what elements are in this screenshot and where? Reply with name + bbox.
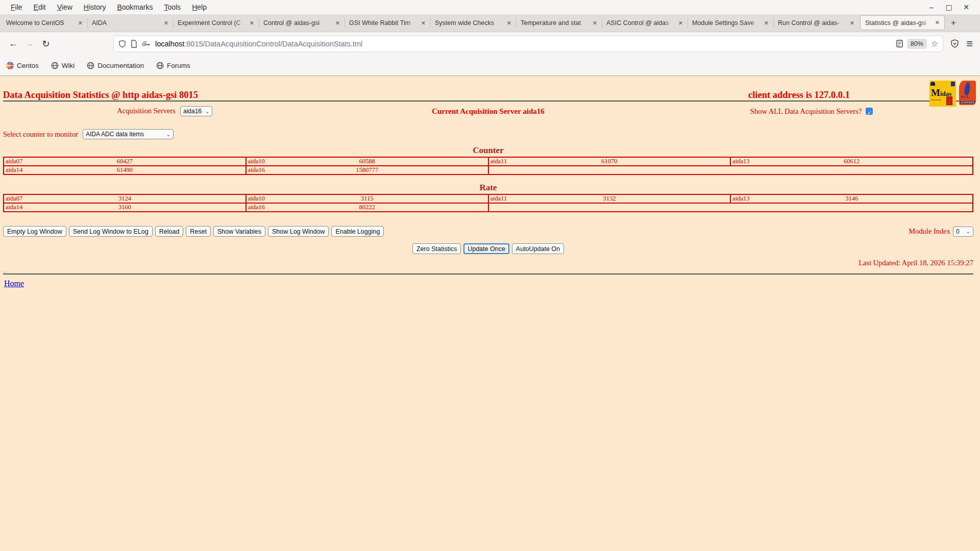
new-tab-button[interactable]: + [946, 15, 961, 31]
server-name: aida14 [6, 204, 22, 211]
tab-system-wide-checks[interactable]: System wide Checks ✕ [430, 14, 516, 32]
tab-close-icon[interactable]: ✕ [507, 20, 511, 27]
tab-bar: Welcome to CentOS ✕ AIDA ✕ Experiment Co… [0, 14, 980, 32]
tab-close-icon[interactable]: ✕ [935, 19, 940, 26]
centos-logo-icon [6, 62, 14, 69]
maximize-button[interactable]: ▢ [944, 3, 953, 12]
server-name: aida16 [248, 166, 265, 174]
menu-history[interactable]: History [78, 2, 112, 12]
rate-section-title: Rate [3, 183, 973, 193]
server-name: aida11 [491, 195, 507, 203]
logos: Midas powered by TCL POWERED [929, 81, 976, 107]
autoupdate-on-button[interactable]: AutoUpdate On [512, 243, 564, 254]
tab-gsi-white-rabbit[interactable]: GSI White Rabbit Tim ✕ [345, 14, 430, 32]
midas-logo[interactable]: Midas powered by [929, 81, 956, 107]
tab-asic-control[interactable]: ASIC Control @ aidas ✕ [602, 14, 688, 32]
tab-aida[interactable]: AIDA ✕ [87, 14, 173, 32]
update-buttons-row: Zero Statistics Update Once AutoUpdate O… [3, 243, 973, 254]
page-content: Midas powered by TCL POWERED Data Acquis… [0, 76, 980, 550]
tcl-powered-logo[interactable]: TCL POWERED [959, 81, 976, 105]
bookmark-wiki[interactable]: Wiki [51, 62, 75, 69]
show-all-checkbox[interactable]: ✓ [866, 108, 873, 115]
show-variables-button[interactable]: Show Variables [213, 226, 265, 237]
update-once-button[interactable]: Update Once [463, 243, 509, 254]
show-all-label: Show ALL Data Acquisition Servers? [750, 107, 862, 115]
acquisition-server-select[interactable]: aida16 ⌄ [180, 106, 212, 116]
show-log-window-button[interactable]: Show Log Window [268, 226, 329, 237]
counter-section-title: Counter [3, 145, 973, 156]
table-row: aida0760427 aida1060588 aida1161070 aida… [4, 157, 973, 166]
tab-close-icon[interactable]: ✕ [678, 20, 683, 27]
server-name: aida10 [248, 195, 265, 203]
minimize-button[interactable]: – [927, 3, 936, 12]
tab-close-icon[interactable]: ✕ [850, 20, 854, 27]
module-index-select[interactable]: 0 ⌄ [953, 227, 973, 237]
send-log-window-to-elog-button[interactable]: Send Log Window to ELog [69, 226, 153, 237]
account-shield-icon[interactable] [950, 39, 959, 48]
counter-value: 60588 [247, 158, 488, 165]
current-server-text: Current Acquisition Server aida16 [432, 107, 545, 115]
url-bar[interactable]: localhost:8015/DataAcquisitionControl/Da… [113, 36, 943, 52]
tab-statistics-active[interactable]: Statistics @ aidas-gsi ✕ [860, 15, 945, 30]
menu-hamburger-icon[interactable]: ≡ [966, 39, 973, 49]
server-name: aida13 [732, 158, 749, 165]
reload-button[interactable]: Reload [155, 226, 184, 237]
shield-icon[interactable] [118, 40, 126, 48]
tab-close-icon[interactable]: ✕ [335, 20, 340, 27]
menu-file[interactable]: File [5, 2, 28, 12]
bookmark-documentation[interactable]: Documentation [87, 62, 144, 69]
divider [3, 273, 973, 274]
tab-close-icon[interactable]: ✕ [78, 20, 83, 27]
rate-value: 3115 [247, 195, 488, 203]
counter-value: 1580777 [247, 166, 488, 174]
back-icon[interactable]: ← [5, 36, 21, 52]
tab-control[interactable]: Control @ aidas-gsi ✕ [259, 14, 345, 32]
zoom-level-badge[interactable]: 80% [907, 39, 927, 49]
zero-statistics-button[interactable]: Zero Statistics [412, 243, 461, 254]
counter-monitor-select[interactable]: AIDA ADC data items ⌄ [83, 129, 174, 139]
log-buttons-row: Empty Log Window Send Log Window to ELog… [3, 226, 973, 237]
bookmark-centos[interactable]: Centos [6, 62, 39, 69]
table-row: aida143160 aida1680222 [4, 203, 973, 212]
tab-experiment-control[interactable]: Experiment Control (C ✕ [173, 14, 259, 32]
reader-view-icon[interactable] [896, 40, 903, 47]
tab-close-icon[interactable]: ✕ [250, 20, 254, 27]
rate-value: 3146 [731, 195, 972, 203]
last-updated-text: Last Updated: April 18, 2026 15:39:27 [3, 259, 973, 267]
menu-view[interactable]: View [52, 2, 78, 12]
tab-close-icon[interactable]: ✕ [421, 20, 426, 27]
bookmark-star-icon[interactable]: ☆ [931, 39, 938, 48]
reload-icon[interactable]: ↻ [38, 36, 54, 52]
globe-icon [51, 62, 59, 69]
page-header: Data Acquisition Statistics @ http aidas… [3, 76, 973, 101]
forward-icon[interactable]: → [21, 36, 38, 52]
tab-close-icon[interactable]: ✕ [764, 20, 769, 27]
check-icon: ✓ [867, 110, 872, 116]
globe-icon [156, 62, 164, 69]
close-button[interactable]: ✕ [962, 3, 971, 12]
tab-close-icon[interactable]: ✕ [164, 20, 168, 27]
server-name: aida07 [6, 158, 22, 165]
tab-run-control[interactable]: Run Control @ aidas- ✕ [773, 14, 859, 32]
home-link[interactable]: Home [4, 279, 24, 288]
enable-logging-button[interactable]: Enable Logging [331, 226, 384, 237]
empty-cell [488, 166, 973, 174]
acquisition-servers-label: Acquisition Servers [117, 107, 176, 115]
menu-help[interactable]: Help [186, 2, 212, 12]
tab-temperature[interactable]: Temperature and stat ✕ [516, 14, 602, 32]
tab-welcome-centos[interactable]: Welcome to CentOS ✕ [2, 14, 87, 32]
bookmark-forums[interactable]: Forums [156, 62, 190, 69]
tab-module-settings[interactable]: Module Settings Save ✕ [688, 14, 773, 32]
menu-tools[interactable]: Tools [158, 2, 186, 12]
module-index-label: Module Index [909, 227, 950, 236]
chevron-down-icon: ⌄ [166, 132, 170, 137]
menu-bookmarks[interactable]: Bookmarks [111, 2, 158, 12]
tab-close-icon[interactable]: ✕ [593, 20, 597, 27]
empty-log-window-button[interactable]: Empty Log Window [3, 226, 66, 237]
empty-cell [488, 203, 973, 212]
menu-edit[interactable]: Edit [28, 2, 52, 12]
menu-bar: File Edit View History Bookmarks Tools H… [0, 0, 980, 14]
reset-button[interactable]: Reset [186, 226, 211, 237]
page-info-icon[interactable] [131, 40, 137, 48]
url-text[interactable]: localhost:8015/DataAcquisitionControl/Da… [155, 40, 896, 48]
